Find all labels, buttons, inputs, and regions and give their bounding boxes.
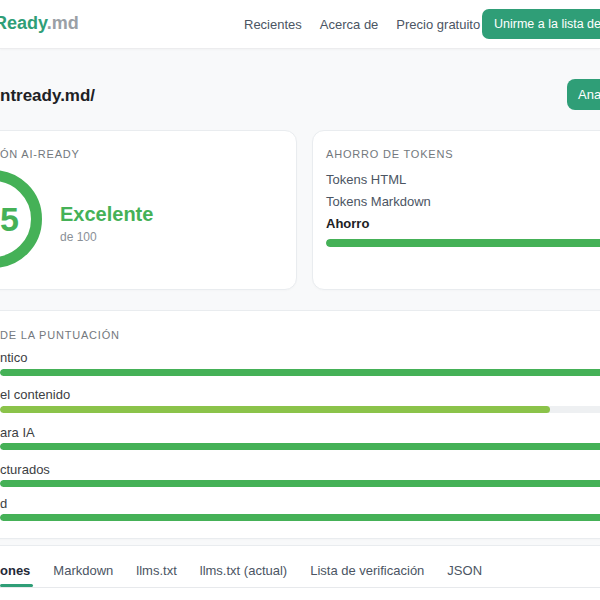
breakdown-title: DE LA PUNTUACIÓN xyxy=(0,329,120,341)
breakdown-bar xyxy=(0,443,600,450)
breakdown-bar-label: ara IA xyxy=(0,425,35,440)
score-rating: Excelente xyxy=(60,203,153,226)
tab-lista-verificacion[interactable]: Lista de verificación xyxy=(310,563,424,588)
breakdown-bar xyxy=(0,369,600,376)
breakdown-bar xyxy=(0,514,600,521)
breakdown-bar-label: el contenido xyxy=(0,387,70,402)
results-tabs: ones Markdown llms.txt llms.txt (actual)… xyxy=(0,563,482,588)
breakdown-bar-label: cturados xyxy=(0,462,50,477)
nav-link-precio[interactable]: Precio gratuito xyxy=(396,17,480,32)
tokens-markdown-label: Tokens Markdown xyxy=(326,194,431,209)
page: Ready.md Recientes Acerca de Precio grat… xyxy=(0,0,600,600)
nav-link-acerca[interactable]: Acerca de xyxy=(320,17,379,32)
site-logo[interactable]: Ready.md xyxy=(0,13,79,34)
logo-primary: Ready xyxy=(0,13,47,33)
breakdown-bar xyxy=(0,406,600,413)
analyze-button[interactable]: Ana xyxy=(567,79,600,110)
join-waitlist-button[interactable]: Unirme a la lista de espe xyxy=(482,9,600,39)
tokens-card-title: AHORRO DE TOKENS xyxy=(326,148,453,160)
score-outof: de 100 xyxy=(60,230,97,244)
tab-json[interactable]: JSON xyxy=(447,563,482,588)
breakdown-bar-fill xyxy=(0,514,600,521)
tab-markdown[interactable]: Markdown xyxy=(53,563,113,588)
nav-link-recientes[interactable]: Recientes xyxy=(244,17,302,32)
breakdown-bar-label: d xyxy=(0,496,7,511)
top-nav: Ready.md Recientes Acerca de Precio grat… xyxy=(0,0,600,49)
breakdown-bar-fill xyxy=(0,406,550,413)
score-value: 5 xyxy=(0,200,19,239)
tokens-savings-bar-fill xyxy=(326,239,600,247)
breakdown-bar xyxy=(0,480,600,487)
analyzed-url: ntready.md/ xyxy=(0,86,95,106)
breakdown-bar-fill xyxy=(0,443,600,450)
breakdown-bar-fill xyxy=(0,369,600,376)
tab-llms-txt-actual[interactable]: llms.txt (actual) xyxy=(200,563,287,588)
tabs-bottom-border xyxy=(0,587,600,588)
breakdown-bar-label: ntico xyxy=(0,350,27,365)
score-card-title: ÓN AI-READY xyxy=(0,148,80,160)
tab-llms-txt[interactable]: llms.txt xyxy=(136,563,176,588)
breakdown-bar-fill xyxy=(0,480,600,487)
tokens-savings-bar xyxy=(326,239,600,247)
tokens-html-label: Tokens HTML xyxy=(326,172,406,187)
logo-suffix: .md xyxy=(47,13,79,33)
active-tab-underline xyxy=(0,584,33,587)
tokens-savings-label: Ahorro xyxy=(326,216,369,231)
breakdown-card xyxy=(0,310,600,539)
